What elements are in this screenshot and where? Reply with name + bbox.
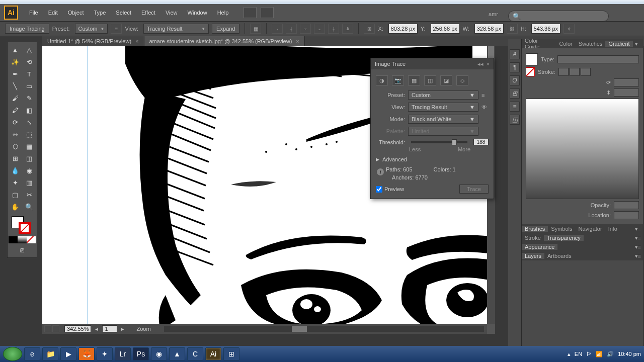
align-vcenter-icon[interactable]: ⟊ xyxy=(328,24,339,34)
symbol-sprayer-tool[interactable]: ✦ xyxy=(9,177,22,188)
line-tool[interactable]: ╲ xyxy=(9,80,22,92)
gpu-icon[interactable] xyxy=(52,325,59,332)
gradient-preview[interactable] xyxy=(526,99,639,199)
scale-tool[interactable]: ⤡ xyxy=(23,117,36,128)
screen-mode[interactable]: ⎚ xyxy=(9,244,36,255)
dock-opentype-icon[interactable]: O xyxy=(510,75,520,85)
direct-selection-tool[interactable]: △ xyxy=(23,44,36,55)
rotate-tool[interactable]: ⟳ xyxy=(9,117,22,128)
user-label[interactable]: amr xyxy=(489,11,498,17)
preset-save-icon[interactable]: ≡ xyxy=(481,92,489,98)
menu-help[interactable]: Help xyxy=(212,10,234,16)
preset-bw-icon[interactable]: ◪ xyxy=(440,75,452,85)
artboard-nav[interactable]: 1 xyxy=(102,325,117,332)
horizontal-scrollbar[interactable] xyxy=(164,326,484,332)
tb-media[interactable]: ▶ xyxy=(60,347,76,360)
tab-appearance[interactable]: Appearance xyxy=(522,244,557,250)
preset-3color-icon[interactable]: ◫ xyxy=(424,75,436,85)
tab-navigator[interactable]: Navigator xyxy=(576,226,605,232)
panel-menu-icon[interactable]: ▾≡ xyxy=(633,253,643,259)
tb-app1[interactable]: ✦ xyxy=(97,347,113,360)
close-tab-icon[interactable]: × xyxy=(135,38,138,44)
selection-tool[interactable]: ▲ xyxy=(9,44,22,55)
tray-network-icon[interactable]: 📶 xyxy=(596,351,603,357)
tab-gradient[interactable]: Gradient xyxy=(605,41,632,47)
preset-auto-icon[interactable]: ◑ xyxy=(376,75,388,85)
dock-transform-icon[interactable]: ⊞ xyxy=(510,88,520,99)
tab-layers[interactable]: Layers xyxy=(522,253,544,259)
align-left-icon[interactable]: ⫞ xyxy=(272,24,283,34)
panel-menu-icon[interactable]: ▾≡ xyxy=(633,226,643,232)
tb-chrome[interactable]: ◉ xyxy=(151,347,167,360)
y-input[interactable]: 256.68 px xyxy=(431,24,460,34)
panel-menu-icon[interactable]: ▾≡ xyxy=(633,244,643,250)
preset-dropdown[interactable]: Custom▼ xyxy=(75,24,108,34)
menu-view[interactable]: View xyxy=(160,10,183,16)
tb-illustrator[interactable]: Ai xyxy=(205,347,221,360)
tab-info[interactable]: Info xyxy=(605,226,620,232)
mesh-tool[interactable]: ⊞ xyxy=(9,153,22,164)
dock-pathfinder-icon[interactable]: ◫ xyxy=(510,115,520,125)
mask-icon[interactable]: ▦ xyxy=(250,24,261,34)
menu-file[interactable]: File xyxy=(24,10,43,16)
tab-symbols[interactable]: Symbols xyxy=(548,226,575,232)
menu-window[interactable]: Window xyxy=(183,10,212,16)
eyedropper-tool[interactable]: 💧 xyxy=(9,165,22,176)
preset-outline-icon[interactable]: ◇ xyxy=(456,75,468,85)
dock-align-icon[interactable]: ≡ xyxy=(510,102,520,112)
panel-collapse-icon[interactable]: ◂◂ xyxy=(477,61,484,67)
slice-tool[interactable]: ✂ xyxy=(23,189,36,200)
panel-close-icon[interactable]: × xyxy=(487,61,490,67)
w-input[interactable]: 328.58 px xyxy=(474,24,504,34)
search-input[interactable]: 🔍 xyxy=(508,11,609,22)
doc-tab-1[interactable]: Untitled-1* @ 54% (RGB/Preview)× xyxy=(42,36,144,46)
transform-icon[interactable]: ⊞ xyxy=(364,24,375,34)
trace-preset-dropdown[interactable]: Custom▼ xyxy=(408,90,478,100)
tb-firefox[interactable]: 🦊 xyxy=(78,347,95,360)
tray-lang[interactable]: EN xyxy=(575,351,582,357)
aspect-input[interactable] xyxy=(614,88,639,97)
artboard-tool[interactable]: ▢ xyxy=(9,189,22,200)
align-top-icon[interactable]: ⫠ xyxy=(314,24,325,34)
shape-builder-tool[interactable]: ⬡ xyxy=(9,141,22,152)
bridge-icon[interactable] xyxy=(244,7,257,18)
menu-object[interactable]: Object xyxy=(63,10,89,16)
h-input[interactable]: 543.36 px xyxy=(531,24,560,34)
preset-menu-icon[interactable]: ≡ xyxy=(111,24,122,34)
menu-select[interactable]: Select xyxy=(111,10,136,16)
tab-brushes[interactable]: Brushes xyxy=(522,226,548,232)
tb-ie[interactable]: e xyxy=(24,347,40,360)
doc-tab-2[interactable]: amare-stoudemire-sketch.jpg* @ 342.55% (… xyxy=(144,36,305,46)
preset-low-icon[interactable]: ▦ xyxy=(408,75,420,85)
location-input[interactable] xyxy=(614,211,639,219)
magic-wand-tool[interactable]: ✨ xyxy=(9,56,22,67)
paintbrush-tool[interactable]: 🖌 xyxy=(9,93,22,104)
view-dropdown[interactable]: Tracing Result▼ xyxy=(143,24,209,34)
hand-tool[interactable]: ✋ xyxy=(9,201,22,212)
tray-volume-icon[interactable]: 🔊 xyxy=(607,351,614,357)
tb-photoshop[interactable]: Ps xyxy=(133,347,149,360)
trace-mode-dropdown[interactable]: Black and White▼ xyxy=(408,115,478,124)
opacity-input[interactable] xyxy=(614,201,639,209)
dock-para-icon[interactable]: ¶ xyxy=(510,62,520,72)
graph-tool[interactable]: ▥ xyxy=(23,177,36,188)
trace-view-dropdown[interactable]: Tracing Result▼ xyxy=(408,103,478,112)
threshold-slider[interactable] xyxy=(411,141,467,143)
tab-transparency[interactable]: Transparency xyxy=(544,235,584,241)
tb-app3[interactable]: C xyxy=(187,347,203,360)
pen-tool[interactable]: ✒ xyxy=(9,68,22,79)
preset-high-icon[interactable]: 📷 xyxy=(392,75,404,85)
trace-button[interactable]: Trace xyxy=(459,185,489,194)
gradient-type-dropdown[interactable] xyxy=(557,55,639,63)
tab-color[interactable]: Color xyxy=(556,41,575,47)
constrain-icon[interactable]: ✧ xyxy=(564,24,575,34)
blend-tool[interactable]: ◉ xyxy=(23,165,36,176)
rectangle-tool[interactable]: ▭ xyxy=(23,80,36,92)
stroke-gradient-icon[interactable] xyxy=(526,67,535,76)
menu-type[interactable]: Type xyxy=(89,10,111,16)
gradient-swatch[interactable] xyxy=(526,53,538,65)
x-input[interactable]: 803.28 px xyxy=(388,24,418,34)
threshold-value[interactable]: 188 xyxy=(473,139,489,145)
link-wh-icon[interactable]: ⛓ xyxy=(507,24,518,34)
gradient-tool[interactable]: ◫ xyxy=(23,153,36,164)
